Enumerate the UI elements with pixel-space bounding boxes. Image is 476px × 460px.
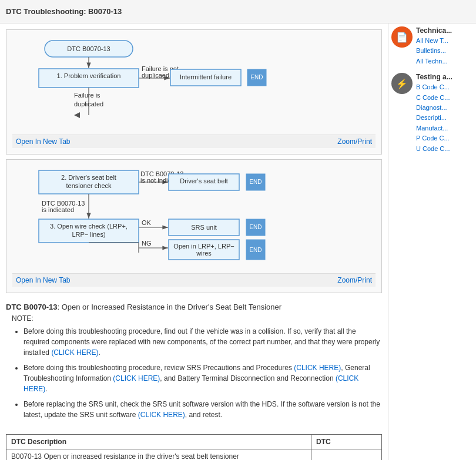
c-code-link[interactable]: C Code C... [416,93,452,102]
dtc-desc-text: : Open or Increased Resistance in the Dr… [57,303,281,311]
svg-text:tensioner check: tensioner check [66,182,112,189]
srs-unit-node: SRS unit [191,224,216,231]
table-cell-dtc [311,449,382,460]
header-title: DTC Troubleshooting: B0070-13 [6,7,122,16]
flowchart-1-toolbar: Open In New Tab Zoom/Print [12,135,376,148]
note-label: NOTE: [12,314,33,323]
header: DTC Troubleshooting: B0070-13 [0,0,476,23]
dtc-bullets: Before doing this troubleshooting proced… [24,326,382,420]
sidebar-testing: ⚡ Testing a... B Code C... C Code C... D… [391,73,473,155]
bullet-2: Before doing this troubleshooting proced… [24,362,382,394]
step1-node: 1. Problem verification [57,72,121,79]
flowchart-2-toolbar: Open In New Tab Zoom/Print [12,273,376,287]
right-sidebar: 📄 Technica... All New T... Bulletins... … [388,23,476,460]
zoom-print-link-2[interactable]: Zoom/Print [337,276,372,284]
dtc-description-section: DTC B0070-13: Open or Increased Resistan… [6,298,382,428]
end4-node: END [249,247,262,253]
dtc-node: DTC B0070-13 [67,45,110,52]
duplicated-text: duplicated [74,100,103,108]
left-content: DTC B0070-13 1. Problem verification Fai… [0,23,388,460]
dtc-table: DTC Description DTC B0070-13 Open or inc… [6,434,382,461]
click-here-link-3[interactable]: (CLICK HERE) [113,374,160,382]
ng-label: NG [142,240,152,247]
diagnost-link[interactable]: Diagnost... [416,103,452,112]
manufact-link[interactable]: Manufact... [416,124,452,133]
end3-node: END [249,224,262,230]
technical-title: Technica... [416,26,452,35]
end2-node: END [249,179,262,185]
step2-node: 2. Driver's seat belt [61,174,116,181]
technical-icon: 📄 [391,26,413,48]
click-here-link-5[interactable]: (CLICK HERE) [138,411,185,419]
sidebar-technical: 📄 Technica... All New T... Bulletins... … [391,26,473,67]
flowchart-2: 2. Driver's seat belt tensioner check DT… [6,159,382,293]
click-here-link-2[interactable]: (CLICK HERE) [294,364,341,372]
open-new-tab-link-2[interactable]: Open In New Tab [16,276,71,284]
testing-links-block: Testing a... B Code C... C Code C... Dia… [416,73,452,155]
testing-title: Testing a... [416,73,452,81]
all-techn-link[interactable]: All Techn... [416,57,452,66]
svg-text:is indicated: is indicated [42,206,74,213]
drivers-seat-belt-node: Driver's seat belt [180,177,228,184]
table-header-description: DTC Description [6,434,311,449]
dtc-note: NOTE: Before doing this troubleshooting … [12,313,382,420]
ok-label: OK [142,219,152,226]
descripti-link[interactable]: Descripti... [416,113,452,122]
bulletins-link[interactable]: Bulletins... [416,46,452,55]
failure-is-text: Failure is [74,92,100,99]
testing-icon: ⚡ [391,73,413,94]
zoom-print-link-1[interactable]: Zoom/Print [337,137,372,146]
flowchart-1-svg: DTC B0070-13 1. Problem verification Fai… [12,36,277,133]
open-lrp-node: Open in LRP+, LRP− [173,243,234,250]
end1-node: END [250,74,263,80]
dtc-code: DTC B0070-13 [6,303,57,311]
testing-links: B Code C... C Code C... Diagnost... Desc… [416,83,452,153]
svg-marker-9 [74,112,80,118]
technical-links-block: Technica... All New T... Bulletins... Al… [416,26,452,67]
table-header-dtc: DTC [311,434,382,449]
bullet-1: Before doing this troubleshooting proced… [24,326,382,358]
step3-node: 3. Open wire check (LRP+, [50,223,128,230]
u-code-link[interactable]: U Code C... [416,145,452,153]
table-cell-description: B0070-13 Open or increased resistance in… [6,449,311,460]
click-here-link-1[interactable]: (CLICK HERE) [51,348,98,357]
svg-text:LRP− lines): LRP− lines) [72,231,105,238]
bullet-3: Before replacing the SRS unit, check the… [24,399,382,420]
open-new-tab-link-1[interactable]: Open In New Tab [16,137,71,146]
all-new-link[interactable]: All New T... [416,36,452,45]
svg-text:wires: wires [196,250,212,257]
main-layout: DTC B0070-13 1. Problem verification Fai… [0,23,476,460]
technical-links: All New T... Bulletins... All Techn... [416,36,452,66]
flowchart-1: DTC B0070-13 1. Problem verification Fai… [6,29,382,155]
intermittent-node: Intermittent failure [180,73,232,80]
table-row: B0070-13 Open or increased resistance in… [6,449,382,460]
p-code-link[interactable]: P Code C... [416,134,452,143]
b-code-link[interactable]: B Code C... [416,83,452,92]
svg-text:duplicaed: duplicaed [142,72,169,79]
flowchart-2-svg: 2. Driver's seat belt tensioner check DT… [12,166,277,271]
